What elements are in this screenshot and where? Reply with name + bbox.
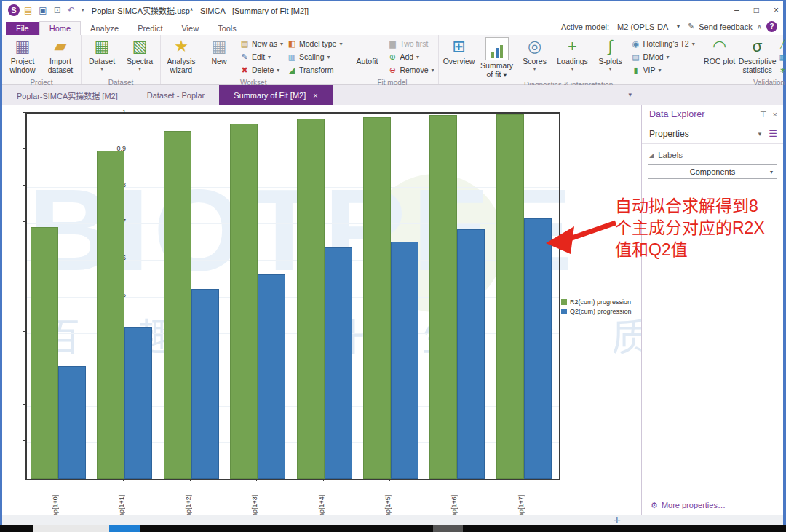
analysis-wizard-button[interactable]: ★Analysis wizard [163, 36, 199, 78]
properties-header[interactable]: Properties [649, 129, 689, 139]
document-tab-1[interactable]: Dataset - Poplar [132, 85, 219, 105]
summary-of-fit-button[interactable]: Summary of fit ▾ [479, 36, 515, 80]
scaling-button[interactable]: ▥Scaling▾ [286, 51, 344, 63]
permutations-button[interactable]: ╱Permutations [777, 38, 786, 49]
menu-icon[interactable]: ☰ [769, 128, 777, 139]
y-axis-tick [23, 440, 25, 441]
scores-icon: ◎ [525, 37, 544, 56]
legend-item: R2(cum) progression [561, 298, 632, 306]
bar-q2-Comp[1+4][interactable] [325, 247, 352, 479]
hotellings-t2-button[interactable]: ◉Hotelling's T2▾ [630, 38, 696, 49]
cv-anova-button[interactable]: ▦CV-ANOVA [777, 51, 786, 63]
loadings-button[interactable]: +Loadings▾ [555, 36, 591, 78]
expander-icon[interactable]: ◢ [649, 152, 654, 159]
help-icon[interactable]: ? [766, 21, 777, 32]
autofit-button[interactable]: Autofit [349, 36, 385, 78]
dataset-button[interactable]: ▦Dataset▾ [84, 36, 120, 78]
s-plots-button[interactable]: ∫S-plots▾ [592, 36, 629, 78]
bar-q2-Comp[1+1][interactable] [124, 327, 152, 479]
plot-area[interactable] [25, 112, 560, 480]
import-dataset-button[interactable]: ▰Import dataset [42, 36, 79, 78]
project-window-button[interactable]: ▦Project window [4, 36, 41, 78]
remove-button[interactable]: ⊖Remove▾ [386, 64, 435, 76]
two-first-button[interactable]: ▆Two first [386, 38, 435, 49]
bar-r2-Comp[1+7][interactable] [496, 114, 524, 479]
taskbar-item[interactable] [109, 525, 140, 532]
document-tab-2[interactable]: Summary of Fit [M2]× [219, 85, 332, 105]
document-tab-0[interactable]: Poplar-SIMCA实操数据 [M2] [2, 85, 132, 105]
more-properties-link[interactable]: ⚙ More properties… [651, 501, 726, 509]
bar-q2-Comp[1+2][interactable] [191, 289, 219, 479]
model-type-button[interactable]: ◧Model type▾ [286, 38, 344, 49]
bar-q2-Comp[1+5][interactable] [391, 242, 418, 479]
qat-customize-icon[interactable]: ▾ [82, 7, 84, 13]
scores-button[interactable]: ◎Scores▾ [517, 36, 553, 78]
overview-button[interactable]: ⊞Overview [441, 36, 477, 78]
dropdown-caret-icon: ▾ [416, 54, 419, 60]
tab-label: Summary of Fit [M2] [234, 91, 306, 100]
ribbon-tab-predict[interactable]: Predict [128, 22, 172, 35]
tab-overflow-icon[interactable]: ▾ [628, 91, 632, 98]
descriptive-statistics-button[interactable]: σDescriptive statistics [739, 36, 776, 78]
ribbon-tab-home[interactable]: Home [39, 21, 81, 35]
bar-q2-Comp[1+6][interactable] [457, 229, 485, 479]
copy-icon[interactable]: ⊡ [54, 6, 61, 15]
app-logo-icon[interactable]: S [8, 4, 20, 16]
close-button[interactable]: × [774, 5, 779, 15]
dropdown-caret-icon: ▾ [280, 41, 283, 47]
undo-icon[interactable]: ↶ [68, 6, 75, 15]
bar-r2-Comp[1+6][interactable] [429, 115, 457, 479]
collapse-ribbon-icon[interactable]: ∧ [757, 23, 762, 31]
edit-button[interactable]: ✎Edit▾ [239, 51, 285, 63]
components-dropdown[interactable]: Components▾ [648, 164, 777, 179]
dmod-button[interactable]: ▤DMod▾ [630, 51, 696, 63]
bar-r2-Comp[1+3][interactable] [230, 124, 258, 479]
button-label: Hotelling's T2 [643, 39, 689, 48]
minimize-button[interactable]: – [734, 5, 739, 15]
transform-button[interactable]: ◢Transform [286, 64, 344, 76]
vip-button[interactable]: ▮VIP▾ [630, 64, 696, 76]
panel-close-icon[interactable]: × [773, 110, 777, 119]
roc-plot-button[interactable]: ◠ROC plot [702, 36, 738, 78]
ribbon-tab-file[interactable]: File [6, 22, 39, 35]
pin-icon[interactable]: ⊤ [760, 110, 767, 119]
button-label: Model type [299, 39, 336, 48]
cv-scores-button[interactable]: ∗CV scores [777, 64, 786, 76]
delete-button[interactable]: ✖Delete▾ [239, 64, 285, 76]
tab-close-icon[interactable]: × [313, 91, 317, 100]
import-dataset-icon: ▰ [51, 37, 70, 56]
y-axis-tick [23, 295, 25, 295]
simca-window: S ▤ ▣ ⊡ ↶ ▾ Poplar-SIMCA实操数据.usp* - SIMC… [2, 1, 783, 532]
bar-r2-Comp[1+0][interactable] [31, 227, 58, 479]
ribbon-tab-view[interactable]: View [172, 22, 208, 35]
permutations-icon: ╱ [779, 39, 786, 48]
status-bar: ✛ [2, 515, 783, 525]
taskbar-item[interactable] [433, 525, 463, 532]
bar-q2-Comp[1+0][interactable] [58, 366, 86, 479]
labels-group-header[interactable]: ◢ Labels [642, 144, 783, 162]
taskbar-item[interactable] [33, 525, 109, 532]
bar-q2-Comp[1+3][interactable] [258, 274, 285, 479]
quick-access-toolbar: ▤ ▣ ⊡ ↶ ▾ [24, 6, 84, 15]
bar-r2-Comp[1+5][interactable] [363, 117, 391, 479]
ribbon-group: ★Analysis wizard▦New▤New as▾✎Edit▾✖Delet… [161, 35, 346, 84]
ribbon-tab-tools[interactable]: Tools [208, 22, 246, 35]
bar-r2-Comp[1+1][interactable] [97, 151, 124, 479]
active-model-select[interactable]: M2 (OPLS-DA▾ [614, 20, 683, 33]
bar-r2-Comp[1+4][interactable] [297, 119, 325, 479]
spectra-button[interactable]: ▧Spectra▾ [122, 36, 158, 78]
bar-q2-Comp[1+7][interactable] [524, 218, 552, 479]
new-project-icon[interactable]: ▤ [24, 6, 32, 15]
save-icon[interactable]: ▣ [39, 6, 47, 15]
pan-icon[interactable]: ✛ [614, 515, 621, 525]
new-as-button[interactable]: ▤New as▾ [239, 38, 285, 49]
properties-dropdown-icon[interactable]: ▾ [758, 130, 762, 138]
new-model-button[interactable]: ▦New [201, 36, 237, 78]
main-area: BIOTREE 百趣提升生命质量 10.90.80.70.60.50.40.30… [2, 105, 783, 515]
ribbon-tab-analyze[interactable]: Analyze [81, 22, 128, 35]
bar-r2-Comp[1+2][interactable] [164, 131, 191, 479]
maximize-button[interactable]: □ [754, 5, 759, 15]
send-feedback-link[interactable]: Send feedback [699, 23, 752, 31]
y-axis-tick [23, 148, 25, 149]
add-button[interactable]: ⊕Add▾ [386, 51, 435, 63]
